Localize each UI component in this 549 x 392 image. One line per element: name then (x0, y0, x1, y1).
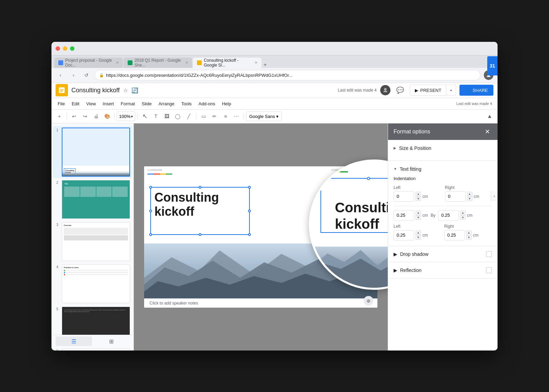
tab-close-2[interactable]: ✕ (185, 61, 188, 64)
notes-add-button[interactable]: ⊕ (364, 296, 373, 306)
padding-top-input[interactable] (394, 210, 414, 221)
padding-bottom-up[interactable]: ▲ (460, 211, 466, 215)
resize-handle-bottom[interactable] (199, 233, 201, 236)
grid-view-button[interactable]: ⊞ (93, 337, 130, 346)
menu-file[interactable]: File (54, 99, 68, 108)
menu-arrange[interactable]: Arrange (155, 99, 178, 108)
forward-button[interactable]: › (69, 70, 78, 80)
close-window-button[interactable] (56, 46, 60, 51)
panel-scroll-right[interactable]: › (491, 191, 498, 201)
padding-top-input-row: ▲ ▼ cm (394, 210, 428, 221)
line-tool[interactable]: ╱ (184, 111, 194, 121)
resize-handle-top[interactable] (199, 186, 201, 189)
present-button[interactable]: ▶ PRESENT (410, 85, 446, 96)
menu-help[interactable]: Help (219, 99, 235, 108)
slide-thumb-6[interactable]: 6 Understandingthe market (53, 347, 132, 350)
left-indent-input[interactable] (394, 191, 414, 202)
padding-top-down[interactable]: ▼ (416, 215, 421, 220)
text-fitting-header[interactable]: ▼ Text fitting (394, 166, 492, 172)
comment-button[interactable]: 💬 (394, 84, 406, 96)
padding-top-up[interactable]: ▲ (416, 211, 421, 215)
present-dropdown-button[interactable]: ▾ (446, 85, 456, 96)
slide-num-3: 3 (55, 222, 60, 227)
menu-edit[interactable]: Edit (68, 99, 83, 108)
share-button[interactable]: 👤 SHARE (459, 85, 493, 96)
line-dash-tool[interactable]: ⋯ (231, 111, 242, 121)
url-bar[interactable]: 🔒 https://docs.google.com/presentation/d… (95, 70, 480, 80)
size-position-header[interactable]: ▶ Size & Position (394, 145, 492, 151)
resize-handle-tr[interactable] (248, 186, 251, 189)
menu-view[interactable]: View (83, 99, 99, 108)
list-view-button[interactable]: ☰ (56, 337, 92, 346)
app-bar: Consulting kickoff ☆ 🔄 Last edit was mad… (51, 83, 498, 98)
padding-bottom-input[interactable] (438, 210, 459, 221)
insert-button[interactable]: + (54, 111, 65, 121)
back-button[interactable]: ‹ (56, 70, 65, 80)
right-indent-input[interactable] (445, 191, 466, 202)
reflection-checkbox[interactable] (486, 267, 492, 273)
selected-text-box[interactable]: Consulting kickoff (150, 187, 250, 235)
right-indent-up[interactable]: ▲ (467, 192, 472, 196)
menu-slide[interactable]: Slide (138, 99, 155, 108)
speaker-notes-bar[interactable]: Click to add speaker notes ⊕ (144, 298, 377, 308)
star-icon[interactable]: ☆ (123, 87, 128, 94)
resize-handle-right[interactable] (248, 210, 251, 212)
border-color-tool[interactable]: ✏ (209, 111, 220, 121)
menu-tools[interactable]: Tools (178, 99, 195, 108)
padding-lr-row: Left ▲ ▼ cm (394, 224, 492, 240)
drop-shadow-checkbox[interactable] (486, 251, 492, 257)
menu-format[interactable]: Format (117, 99, 138, 108)
right-indent-down[interactable]: ▼ (467, 197, 472, 201)
print-button[interactable]: 🖨 (91, 111, 101, 121)
background-color-tool[interactable]: ▭ (198, 111, 209, 121)
zoom-control[interactable]: 100% ▾ (117, 111, 135, 121)
new-tab-button[interactable]: + (264, 62, 267, 68)
undo-button[interactable]: ↩ (69, 111, 79, 121)
tab-favicon-sheets (128, 60, 132, 65)
resize-handle-bl[interactable] (149, 233, 152, 236)
padding-bottom-down[interactable]: ▼ (460, 215, 466, 220)
tab-project-proposal[interactable]: Project proposal - Google Doc... ✕ (54, 58, 123, 68)
padding-left-input[interactable] (394, 230, 414, 240)
slide-thumb-4[interactable]: 4 Problems to solve (53, 263, 132, 305)
cursor-tool[interactable]: ↖ (140, 111, 150, 121)
tab-close-3[interactable]: ✕ (255, 61, 257, 64)
paint-format-button[interactable]: 🎨 (102, 111, 112, 121)
left-indent-unit: cm (422, 194, 428, 199)
slide-preview-1: Consultingkickoff (62, 128, 130, 177)
drop-shadow-section[interactable]: ▶ Drop shadow (388, 246, 498, 262)
padding-right-input[interactable] (444, 230, 465, 240)
text-box-tool[interactable]: T (151, 111, 161, 121)
minimize-window-button[interactable] (63, 46, 67, 51)
image-tool[interactable]: 🖼 (162, 111, 172, 121)
padding-left-up[interactable]: ▲ (416, 230, 421, 235)
maximize-window-button[interactable] (70, 46, 74, 51)
tab-consulting-kickoff[interactable]: Consulting kickoff - Google Sl... ✕ (193, 58, 261, 68)
drive-icon[interactable]: 🔄 (131, 87, 138, 94)
padding-right-down[interactable]: ▼ (466, 235, 472, 240)
toolbar-collapse-button[interactable]: ▲ (484, 111, 495, 121)
slide-thumb-2[interactable]: 2 TOC (53, 179, 132, 220)
shapes-tool[interactable]: ◯ (173, 111, 183, 121)
reflection-section[interactable]: ▶ Reflection (388, 262, 498, 278)
menu-addons[interactable]: Add-ons (195, 99, 219, 108)
resize-handle-br[interactable] (248, 233, 251, 236)
tab-close-1[interactable]: ✕ (116, 61, 119, 64)
resize-handle-left[interactable] (149, 210, 152, 212)
padding-right-up[interactable]: ▲ (466, 230, 472, 235)
collaborator-avatar[interactable] (380, 85, 390, 95)
format-panel-title: Format options (394, 129, 430, 135)
format-panel-close-button[interactable]: ✕ (482, 127, 492, 136)
left-indent-down[interactable]: ▼ (416, 197, 421, 201)
refresh-button[interactable]: ↺ (82, 70, 91, 80)
resize-handle-tl[interactable] (149, 186, 152, 189)
line-weight-tool[interactable]: ≡ (220, 111, 231, 121)
padding-left-down[interactable]: ▼ (416, 235, 421, 240)
font-selector[interactable]: Google Sans ▾ (246, 111, 282, 121)
slide-thumb-3[interactable]: 3 Overview (53, 221, 132, 262)
tab-q1-report[interactable]: 2018 Q1 Report - Google She... ✕ (124, 58, 192, 68)
left-indent-up[interactable]: ▲ (416, 192, 421, 196)
redo-button[interactable]: ↪ (80, 111, 90, 121)
menu-insert[interactable]: Insert (99, 99, 117, 108)
slide-thumb-1[interactable]: 1 Consultingkickoff (53, 126, 132, 178)
